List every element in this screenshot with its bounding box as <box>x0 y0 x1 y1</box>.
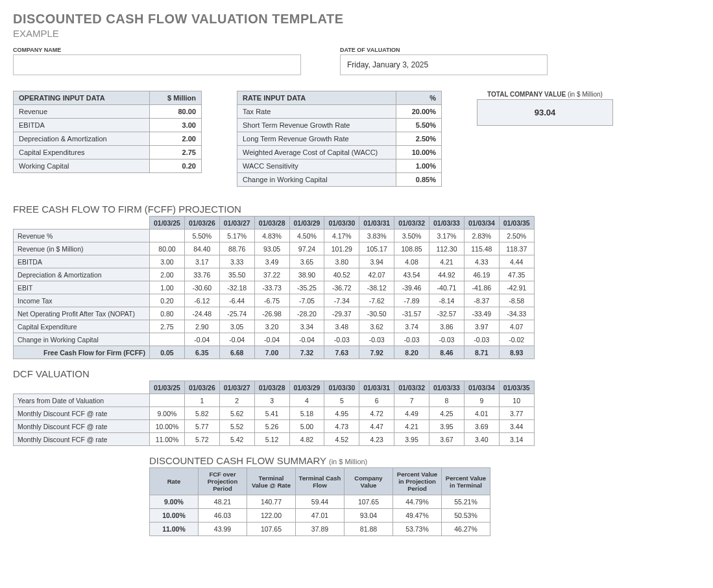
table-cell: 93.05 <box>254 242 289 255</box>
table-cell: 47.35 <box>499 268 534 281</box>
table-cell: 8.71 <box>464 346 499 359</box>
table-cell: 59.44 <box>296 495 344 509</box>
date-header: 01/03/30 <box>324 381 359 394</box>
table-cell <box>150 394 185 407</box>
summary-rate: 11.00% <box>150 523 199 536</box>
date-input[interactable]: Friday, January 3, 2025 <box>340 54 548 75</box>
table-cell: 107.65 <box>344 495 393 509</box>
table-cell: 1.00 <box>150 281 185 294</box>
table-row-value: 0.20 <box>150 159 202 173</box>
table-cell: -0.03 <box>429 333 465 346</box>
table-row-value: 10.00% <box>396 146 442 159</box>
table-cell: 44.79% <box>393 495 442 509</box>
table-cell: 46.19 <box>464 268 499 281</box>
date-header: 01/03/32 <box>394 217 429 229</box>
table-cell: 5.72 <box>184 433 219 446</box>
date-header: 01/03/31 <box>359 381 394 394</box>
table-row-value: 0.85% <box>396 173 442 187</box>
summary-rate: 10.00% <box>150 509 199 523</box>
dcf-valuation-table: 01/03/2501/03/2601/03/2701/03/2801/03/29… <box>13 381 535 446</box>
table-cell: 7.92 <box>359 346 394 359</box>
summary-header: FCF over Projection Period <box>199 468 247 495</box>
table-cell: 5.42 <box>219 433 254 446</box>
table-cell: 2.00 <box>150 268 185 281</box>
table-cell: 81.88 <box>344 523 393 536</box>
operating-input-table: OPERATING INPUT DATA$ Million Revenue80.… <box>13 91 202 173</box>
page-subtitle: EXAMPLE <box>13 28 700 39</box>
table-cell: 5.17% <box>219 229 254 242</box>
table-row-label: Weighted Average Cost of Capital (WACC) <box>237 146 396 159</box>
table-cell: 4.52 <box>324 433 359 446</box>
date-header: 01/03/35 <box>499 381 534 394</box>
table-cell: 37.22 <box>254 268 289 281</box>
date-header: 01/03/28 <box>254 217 289 229</box>
table-cell: -32.18 <box>219 281 254 294</box>
table-row-label: Net Operating Profit After Tax (NOPAT) <box>14 307 150 320</box>
date-header: 01/03/27 <box>219 217 254 229</box>
table-cell: 115.48 <box>464 242 499 255</box>
table-cell: 50.53% <box>442 509 490 523</box>
table-row-label: Monthly Discount FCF @ rate <box>14 420 150 433</box>
table-cell: 3.14 <box>499 433 534 446</box>
table-cell: -8.58 <box>499 294 534 307</box>
table-cell: 8.46 <box>429 346 465 359</box>
table-cell: -0.04 <box>254 333 289 346</box>
table-cell: -36.72 <box>324 281 359 294</box>
date-header: 01/03/35 <box>499 217 534 229</box>
table-cell: -31.57 <box>394 307 429 320</box>
table-cell: 3.62 <box>359 320 394 333</box>
table-cell <box>150 229 185 242</box>
summary-header: Terminal Cash Flow <box>296 468 344 495</box>
table-cell: 35.50 <box>219 268 254 281</box>
summary-header: Company Value <box>344 468 393 495</box>
table-cell: 3.83% <box>359 229 394 242</box>
summary-header: Percent Value in Terminal <box>442 468 490 495</box>
date-header: 01/03/25 <box>150 217 185 229</box>
table-row-label: EBIT <box>14 281 150 294</box>
table-cell: 3.33 <box>219 255 254 268</box>
table-cell: 4.01 <box>464 407 499 420</box>
table-cell: 6 <box>359 394 394 407</box>
table-cell: -33.49 <box>464 307 499 320</box>
table-cell: 122.00 <box>247 509 296 523</box>
table-row-label: Short Term Revenue Growth Rate <box>237 119 396 132</box>
table-cell: 3.48 <box>324 320 359 333</box>
date-header: 01/03/34 <box>464 381 499 394</box>
table-cell: 7.63 <box>324 346 359 359</box>
table-cell: 3.77 <box>499 407 534 420</box>
fcff-total-label: Free Cash Flow for Firm (FCFF) <box>14 346 150 359</box>
table-cell: 140.77 <box>247 495 296 509</box>
table-row-label: Revenue <box>14 105 150 119</box>
table-cell: 46.27% <box>442 523 490 536</box>
summary-header: Rate <box>150 468 199 495</box>
table-cell: -42.91 <box>499 281 534 294</box>
table-cell: -7.89 <box>394 294 429 307</box>
table-cell: 47.01 <box>296 509 344 523</box>
table-cell: 97.24 <box>289 242 324 255</box>
table-cell: 2.75 <box>150 320 185 333</box>
date-header: 01/03/30 <box>324 217 359 229</box>
table-cell <box>150 333 185 346</box>
table-cell: 0.20 <box>150 294 185 307</box>
table-cell: 4.08 <box>394 255 429 268</box>
date-header: 01/03/32 <box>394 381 429 394</box>
table-cell: 112.30 <box>429 242 465 255</box>
table-cell: 88.76 <box>219 242 254 255</box>
table-cell: -34.33 <box>499 307 534 320</box>
table-cell: 107.65 <box>247 523 296 536</box>
table-cell: 2.83% <box>464 229 499 242</box>
company-name-input[interactable] <box>13 54 301 75</box>
table-cell: 8 <box>429 394 465 407</box>
table-cell: -40.71 <box>429 281 465 294</box>
table-cell: 3.95 <box>429 420 465 433</box>
table-cell: -28.20 <box>289 307 324 320</box>
table-cell: 53.73% <box>393 523 442 536</box>
table-cell: 4.82 <box>289 433 324 446</box>
table-row-value: 1.00% <box>396 159 442 173</box>
table-cell: -30.60 <box>184 281 219 294</box>
table-cell: 5.12 <box>254 433 289 446</box>
table-cell: -33.73 <box>254 281 289 294</box>
table-cell: 44.92 <box>429 268 465 281</box>
table-cell: 42.07 <box>359 268 394 281</box>
table-row-label: WACC Sensitivity <box>237 159 396 173</box>
